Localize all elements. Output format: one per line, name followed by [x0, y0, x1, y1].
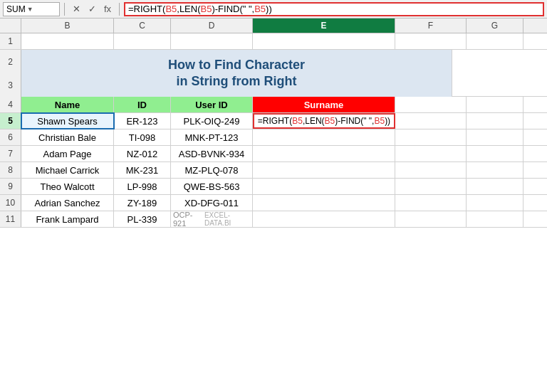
cell-E7[interactable]: [253, 146, 395, 161]
cell-F4[interactable]: [395, 97, 467, 112]
col-header-D[interactable]: D: [171, 18, 253, 33]
row-11: 11 Frank Lampard PL-339 OCP-921 EXCEL-DA…: [0, 211, 547, 228]
row-10: 10 Adrian Sanchez ZY-189 XD-DFG-011: [0, 195, 547, 211]
row-num-1: 1: [0, 33, 21, 49]
cell-G10[interactable]: [467, 195, 523, 211]
cell-C1[interactable]: [114, 33, 171, 49]
title-cell: How to Find Characterin String from Righ…: [21, 50, 452, 97]
cell-F6[interactable]: [395, 129, 467, 145]
cell-F7[interactable]: [395, 146, 467, 161]
userid-row5: PLK-OIQ-249: [184, 116, 240, 127]
confirm-formula-button[interactable]: ✓: [85, 2, 99, 16]
cell-G5[interactable]: [467, 113, 523, 129]
cell-D7[interactable]: ASD-BVNK-934: [171, 146, 253, 161]
formula-bar: SUM ▼ ✕ ✓ fx =RIGHT(B5,LEN(B5)-FIND(" ",…: [0, 0, 547, 18]
fx-button[interactable]: fx: [100, 2, 115, 16]
row-num-6: 6: [0, 129, 21, 145]
row-num-11: 11: [0, 211, 21, 227]
col-header-C[interactable]: C: [114, 18, 171, 33]
cell-E9[interactable]: [253, 179, 395, 194]
cell-C11[interactable]: PL-339: [114, 211, 171, 227]
cell-G8[interactable]: [467, 162, 523, 178]
col-header-B[interactable]: B: [21, 18, 114, 33]
row-8: 8 Michael Carrick MK-231 MZ-PLQ-078: [0, 162, 547, 179]
cancel-formula-button[interactable]: ✕: [69, 2, 83, 16]
cell-G7[interactable]: [467, 146, 523, 161]
cell-B11[interactable]: Frank Lampard: [21, 211, 114, 227]
cell-C8[interactable]: MK-231: [114, 162, 171, 178]
name-box[interactable]: SUM ▼: [3, 2, 60, 16]
name-box-value: SUM: [6, 4, 26, 14]
row-4: 4 Name ID User ID Surname: [0, 97, 547, 113]
col-header-E[interactable]: E: [253, 18, 395, 33]
header-surname[interactable]: Surname: [253, 97, 395, 112]
row-num-4: 4: [0, 97, 21, 112]
cell-E5[interactable]: =RIGHT(B5,LEN(B5)-FIND(" ",B5)): [253, 113, 395, 129]
formula-divider: [64, 3, 65, 16]
row-5: 5 Shawn Spears ER-123 PLK-OIQ-249 =RIGHT…: [0, 113, 547, 129]
id-row5: ER-123: [126, 116, 157, 127]
cell-F10[interactable]: [395, 195, 467, 211]
cell-B8[interactable]: Michael Carrick: [21, 162, 114, 178]
cell-F9[interactable]: [395, 179, 467, 194]
cell-F11[interactable]: [395, 211, 467, 227]
row-6: 6 Christian Bale TI-098 MNK-PT-123: [0, 129, 547, 146]
formula-input[interactable]: =RIGHT(B5,LEN(B5)-FIND(" ",B5)): [124, 2, 544, 16]
row-num-col-header: [0, 18, 21, 33]
cell-G6[interactable]: [467, 129, 523, 145]
cell-F5[interactable]: [395, 113, 467, 129]
cell-B7[interactable]: Adam Page: [21, 146, 114, 161]
formula-text: =RIGHT(B5,LEN(B5)-FIND(" ",B5)): [128, 4, 272, 14]
row-num-3: 3: [8, 79, 13, 92]
cell-D5[interactable]: PLK-OIQ-249: [171, 113, 253, 129]
watermark-text: EXCEL-DATA.BI: [204, 211, 250, 227]
cell-B6[interactable]: Christian Bale: [21, 129, 114, 145]
cell-B5[interactable]: Shawn Spears: [21, 113, 114, 129]
cell-F1[interactable]: [395, 33, 467, 49]
column-headers: B C D E F G: [0, 18, 547, 33]
cell-C6[interactable]: TI-098: [114, 129, 171, 145]
row-num-5: 5: [0, 113, 21, 129]
row-num-7: 7: [0, 146, 21, 161]
cell-B10[interactable]: Adrian Sanchez: [21, 195, 114, 211]
col-header-G[interactable]: G: [467, 18, 523, 33]
cell-D6[interactable]: MNK-PT-123: [171, 129, 253, 145]
cell-D8[interactable]: MZ-PLQ-078: [171, 162, 253, 178]
cell-C5[interactable]: ER-123: [114, 113, 171, 129]
col-header-F[interactable]: F: [395, 18, 467, 33]
cell-D11[interactable]: OCP-921 EXCEL-DATA.BI: [171, 211, 253, 227]
cell-E10[interactable]: [253, 195, 395, 211]
header-name[interactable]: Name: [21, 97, 114, 112]
row-9: 9 Theo Walcott LP-998 QWE-BS-563: [0, 179, 547, 195]
cell-G4[interactable]: [467, 97, 523, 112]
row-num-8: 8: [0, 162, 21, 178]
cell-C7[interactable]: NZ-012: [114, 146, 171, 161]
header-userid[interactable]: User ID: [171, 97, 253, 112]
row-7: 7 Adam Page NZ-012 ASD-BVNK-934: [0, 146, 547, 162]
cell-D9[interactable]: QWE-BS-563: [171, 179, 253, 194]
cell-B9[interactable]: Theo Walcott: [21, 179, 114, 194]
cell-F8[interactable]: [395, 162, 467, 178]
cell-G9[interactable]: [467, 179, 523, 194]
cell-E6[interactable]: [253, 129, 395, 145]
row-num-9: 9: [0, 179, 21, 194]
row-num-10: 10: [0, 195, 21, 211]
cell-B1[interactable]: [21, 33, 114, 49]
row-1: 1: [0, 33, 547, 50]
row-title: 2 3 How to Find Characterin String from …: [0, 50, 547, 97]
cell-E1[interactable]: [253, 33, 395, 49]
cell-G11[interactable]: [467, 211, 523, 227]
cell-D1[interactable]: [171, 33, 253, 49]
cell-E8[interactable]: [253, 162, 395, 178]
formula-divider-2: [119, 3, 120, 16]
header-id[interactable]: ID: [114, 97, 171, 112]
spreadsheet-title: How to Find Characterin String from Righ…: [168, 57, 305, 90]
cell-E11[interactable]: [253, 211, 395, 227]
cell-C10[interactable]: ZY-189: [114, 195, 171, 211]
cell-C9[interactable]: LP-998: [114, 179, 171, 194]
cell-D10[interactable]: XD-DFG-011: [171, 195, 253, 211]
row-num-2: 2: [8, 55, 13, 68]
spreadsheet: B C D E F G 1 2 3 How to Find Characteri…: [0, 18, 547, 392]
name-box-arrow-icon[interactable]: ▼: [27, 6, 33, 13]
cell-G1[interactable]: [467, 33, 523, 49]
